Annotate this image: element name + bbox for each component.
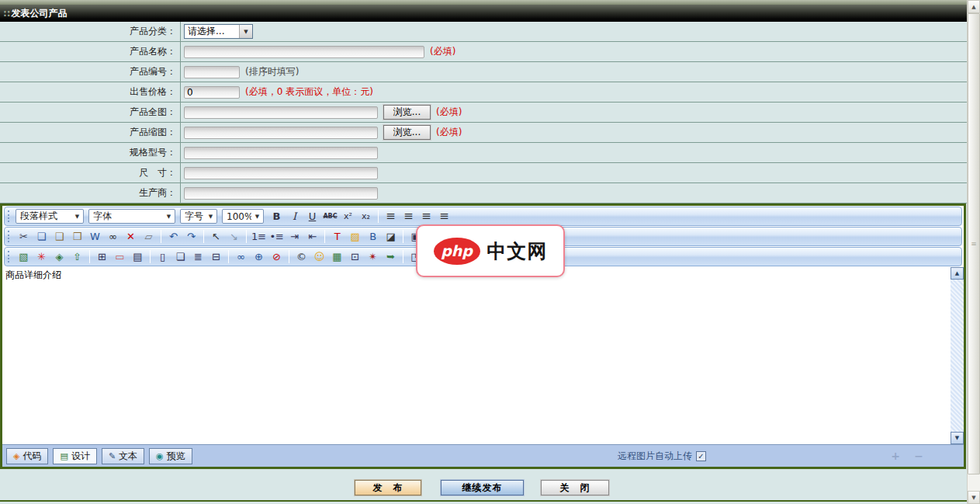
- scrollbar-thumb[interactable]: ≡: [968, 13, 980, 474]
- format-buttons: BIUABCx²x₂≡≡≡≡: [268, 209, 452, 224]
- ordered-list-icon[interactable]: 1≡: [251, 229, 267, 244]
- align-left-button[interactable]: ≡: [383, 209, 399, 224]
- paste-icon[interactable]: ❑: [51, 229, 68, 244]
- scroll-up-icon[interactable]: ▲: [968, 0, 980, 13]
- delete-icon[interactable]: ✕: [123, 229, 139, 244]
- editor-content-area[interactable]: 商品详细介绍 ▲ ▼: [2, 267, 964, 444]
- toolbar-separator: [203, 230, 204, 243]
- required-note: (必填): [436, 126, 462, 139]
- full-image-browse-button[interactable]: 浏览...: [383, 105, 431, 120]
- export-doc-icon[interactable]: ➥: [383, 249, 399, 264]
- insert-doc-icon[interactable]: ❏: [172, 249, 189, 264]
- insert-link-icon[interactable]: ∞: [233, 249, 249, 264]
- special-char-icon[interactable]: ©: [293, 249, 310, 264]
- insert-image-icon[interactable]: ▧: [16, 249, 32, 264]
- table-rows-icon[interactable]: ▤: [130, 249, 146, 264]
- tab-code[interactable]: ◈ 代码: [6, 448, 48, 464]
- size-input[interactable]: [184, 167, 378, 179]
- tab-preview[interactable]: ◉ 预览: [149, 448, 192, 464]
- bullet-list-icon[interactable]: •≡: [268, 229, 285, 244]
- table-cell-icon[interactable]: ▭: [112, 249, 128, 264]
- editor-scrollbar[interactable]: ▲ ▼: [951, 267, 964, 444]
- category-select[interactable]: 请选择... ▼: [184, 24, 253, 39]
- align-right-button[interactable]: ≡: [418, 209, 435, 224]
- toolbar-separator: [289, 250, 289, 263]
- thumb-image-browse-button[interactable]: 浏览...: [383, 125, 431, 140]
- full-image-label: 产品全图：: [0, 103, 181, 122]
- paste-word-icon[interactable]: W: [87, 229, 103, 244]
- tab-design[interactable]: ▤ 设计: [53, 448, 96, 464]
- dropdown-arrow-icon[interactable]: ▼: [239, 25, 252, 38]
- tab-text[interactable]: ✎ 文本: [102, 448, 144, 464]
- emoticon-icon[interactable]: ☺: [311, 249, 327, 264]
- select-none-icon[interactable]: ↘: [226, 229, 242, 244]
- form-row-price: 出售价格： 0 (必填，0 表示面议，单位：元): [0, 82, 967, 103]
- paragraph-style-select[interactable]: 段落样式 ▼: [16, 209, 84, 224]
- editor-scrollbar-track[interactable]: [951, 280, 964, 432]
- browser-scrollbar[interactable]: ▲ ≡ ▼: [967, 0, 980, 504]
- scroll-up-icon[interactable]: ▲: [951, 267, 964, 280]
- spec-input[interactable]: [184, 147, 378, 159]
- outdent-icon[interactable]: ⇤: [304, 229, 320, 244]
- italic-button[interactable]: I: [286, 209, 303, 224]
- underline-button[interactable]: U: [304, 209, 320, 224]
- bold-button[interactable]: B: [268, 209, 285, 224]
- font-size-value: 字号: [181, 210, 205, 223]
- superscript-button[interactable]: x²: [340, 209, 356, 224]
- continue-publish-button[interactable]: 继续发布: [441, 480, 524, 495]
- marquee-icon[interactable]: ▯: [154, 249, 171, 264]
- zoom-value: 100%: [223, 211, 251, 222]
- copy-icon[interactable]: ❏: [33, 229, 50, 244]
- insert-anchor-icon[interactable]: ⊕: [251, 249, 267, 264]
- product-code-input[interactable]: [184, 66, 240, 78]
- scroll-down-icon[interactable]: ▼: [951, 432, 964, 444]
- product-name-input[interactable]: [184, 46, 424, 58]
- remote-upload-checkbox[interactable]: ✓: [696, 451, 706, 461]
- full-image-input[interactable]: [184, 106, 378, 119]
- close-button[interactable]: 关 闭: [541, 480, 609, 495]
- align-justify-button[interactable]: ≡: [436, 209, 452, 224]
- maker-input[interactable]: [184, 187, 378, 200]
- align-center-button[interactable]: ≡: [400, 209, 417, 224]
- cut-icon[interactable]: ✂: [16, 229, 32, 244]
- remove-link-icon[interactable]: ⊘: [268, 249, 285, 264]
- insert-flash-icon[interactable]: ✳: [33, 249, 50, 264]
- dropdown-arrow-icon: ▼: [163, 214, 175, 220]
- thumb-image-input[interactable]: [184, 127, 378, 139]
- select-icon[interactable]: ↖: [208, 229, 224, 244]
- insert-symbol-icon[interactable]: ✴: [365, 249, 381, 264]
- eraser-icon[interactable]: ▱: [140, 229, 157, 244]
- undo-icon[interactable]: ↶: [165, 229, 182, 244]
- insert-table-icon[interactable]: ⊞: [94, 249, 110, 264]
- strikethrough-button[interactable]: ABC: [322, 209, 338, 224]
- toolbar-separator: [324, 230, 325, 243]
- bg-color-icon[interactable]: B: [365, 229, 381, 244]
- highlight-color-icon[interactable]: ▨: [347, 229, 363, 244]
- publish-button[interactable]: 发 布: [355, 480, 421, 495]
- insert-media-icon[interactable]: ◈: [51, 249, 68, 264]
- font-color-icon[interactable]: T: [329, 229, 345, 244]
- name-label: 产品名称：: [0, 42, 181, 61]
- scrollbar-track[interactable]: [968, 474, 980, 491]
- php-logo: php: [434, 238, 480, 265]
- fill-color-icon[interactable]: ◪: [383, 229, 399, 244]
- spec-label: 规格型号：: [0, 143, 181, 162]
- text-field-icon[interactable]: ⊟: [208, 249, 224, 264]
- upload-file-icon[interactable]: ⇧: [69, 249, 85, 264]
- scroll-down-icon[interactable]: ▼: [968, 491, 980, 504]
- font-family-select[interactable]: 字体 ▼: [88, 209, 175, 224]
- subscript-button[interactable]: x₂: [358, 209, 374, 224]
- tab-design-label: 设计: [71, 450, 90, 463]
- find-icon[interactable]: ∞: [105, 229, 121, 244]
- insert-date-icon[interactable]: ⊡: [347, 249, 363, 264]
- redo-icon[interactable]: ↷: [183, 229, 199, 244]
- paste-text-icon[interactable]: ❒: [69, 229, 85, 244]
- minus-icon[interactable]: −: [914, 450, 923, 462]
- zoom-select[interactable]: 100% ▼: [222, 209, 264, 224]
- price-input[interactable]: 0: [184, 86, 240, 99]
- indent-icon[interactable]: ⇥: [286, 229, 303, 244]
- plus-icon[interactable]: +: [891, 450, 900, 462]
- insert-excel-icon[interactable]: ▦: [329, 249, 345, 264]
- insert-hr-icon[interactable]: ≣: [190, 249, 206, 264]
- font-size-select[interactable]: 字号 ▼: [180, 209, 217, 224]
